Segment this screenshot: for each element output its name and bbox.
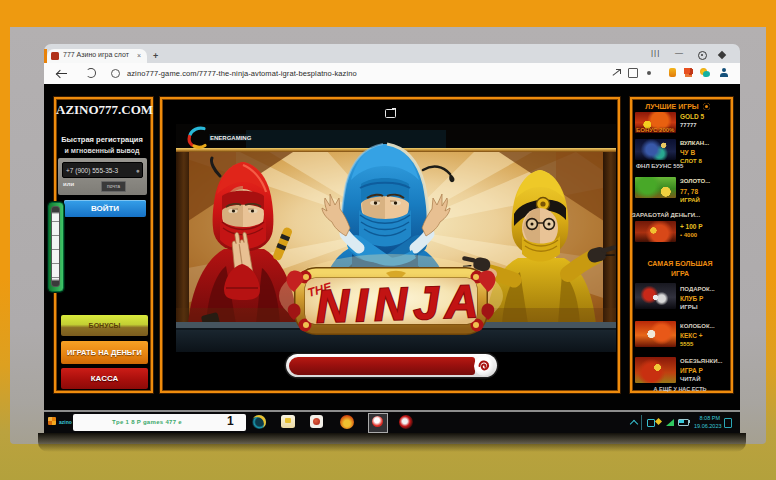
svg-text:NINJA: NINJA — [315, 275, 479, 333]
svg-text:ENERGAMING: ENERGAMING — [210, 135, 252, 141]
